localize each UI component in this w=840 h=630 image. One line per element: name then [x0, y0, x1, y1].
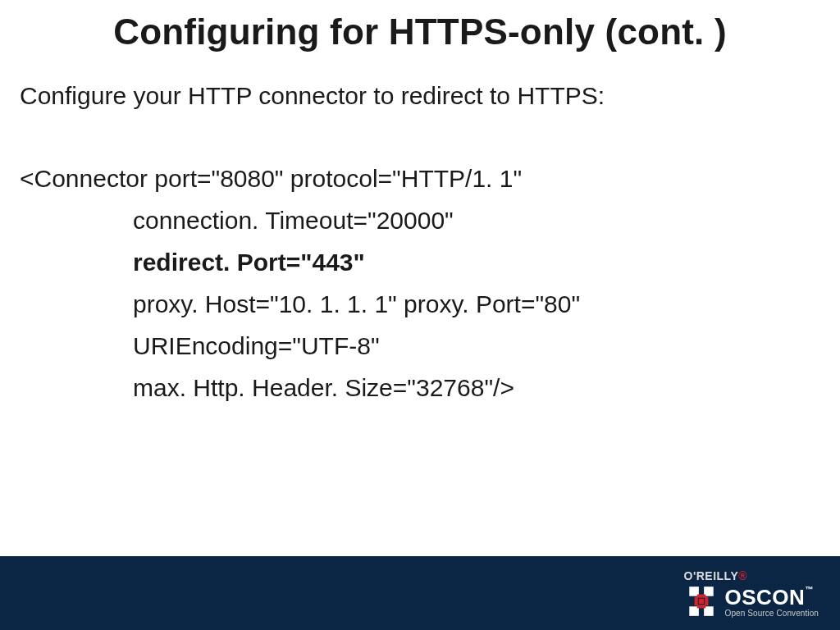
code-line-4: proxy. Host="10. 1. 1. 1" proxy. Port="8…	[20, 283, 820, 325]
footer-bar: O'REILLY®	[0, 556, 840, 630]
brand-block: O'REILLY®	[684, 569, 819, 619]
slide-title: Configuring for HTTPS-only (cont. )	[0, 0, 840, 52]
publisher-mark: ®	[738, 569, 747, 582]
slide-subtitle: Configure your HTTP connector to redirec…	[0, 52, 840, 110]
oscon-logo-icon	[684, 584, 719, 619]
code-line-1: <Connector port="8080" protocol="HTTP/1.…	[20, 165, 522, 192]
code-line-3: redirect. Port="443"	[20, 241, 820, 283]
conference-text-block: OSCON™ Open Source Convention	[725, 585, 819, 618]
conference-label: OSCON	[725, 585, 806, 609]
conference-row: OSCON™ Open Source Convention	[684, 584, 819, 619]
svg-rect-4	[696, 595, 705, 598]
code-line-6: max. Http. Header. Size="32768"/>	[20, 367, 820, 409]
svg-rect-8	[698, 599, 703, 604]
svg-rect-7	[705, 597, 708, 606]
conference-name: OSCON™	[725, 585, 819, 610]
publisher-text: O'REILLY	[684, 569, 739, 582]
publisher-label: O'REILLY®	[684, 569, 819, 582]
slide: Configuring for HTTPS-only (cont. ) Conf…	[0, 0, 840, 630]
code-line-5: URIEncoding="UTF-8"	[20, 325, 820, 367]
svg-rect-6	[694, 597, 697, 606]
conference-tagline: Open Source Convention	[725, 609, 819, 618]
code-line-2: connection. Timeout="20000"	[20, 199, 820, 241]
code-block: <Connector port="8080" protocol="HTTP/1.…	[0, 110, 840, 409]
trademark: ™	[805, 585, 814, 594]
svg-rect-5	[696, 605, 705, 608]
